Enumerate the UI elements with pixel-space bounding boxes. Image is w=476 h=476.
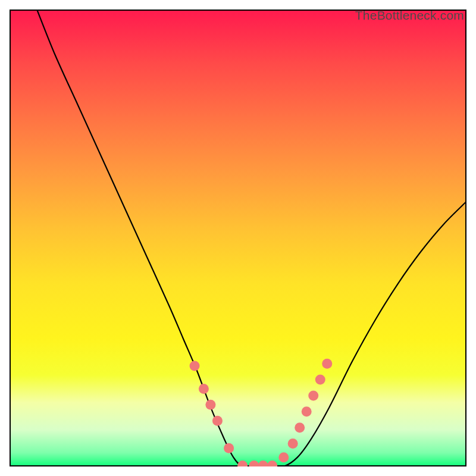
watermark-text: TheBottleneck.com (355, 8, 464, 23)
highlight-dot (258, 461, 268, 466)
highlight-dot (322, 359, 332, 369)
highlight-dot (315, 375, 325, 385)
highlight-dot (278, 452, 289, 462)
highlight-dot (237, 461, 248, 466)
highlight-dot (212, 416, 223, 426)
chart-svg (10, 10, 466, 466)
highlight-dot (224, 443, 234, 453)
bottleneck-curve (37, 10, 466, 466)
highlight-dot (249, 461, 259, 466)
chart-container: TheBottleneck.com (0, 0, 476, 476)
highlight-dot (205, 400, 215, 410)
highlight-dot (308, 390, 318, 400)
plot-area: TheBottleneck.com (10, 10, 466, 466)
highlight-dot (288, 439, 298, 449)
plot-frame (10, 10, 466, 466)
highlight-dot (267, 461, 277, 466)
highlight-dot (190, 361, 200, 371)
highlight-dot (295, 422, 305, 433)
highlight-dot (199, 384, 209, 394)
highlight-dot (302, 406, 312, 416)
highlight-dots-group (190, 359, 333, 466)
